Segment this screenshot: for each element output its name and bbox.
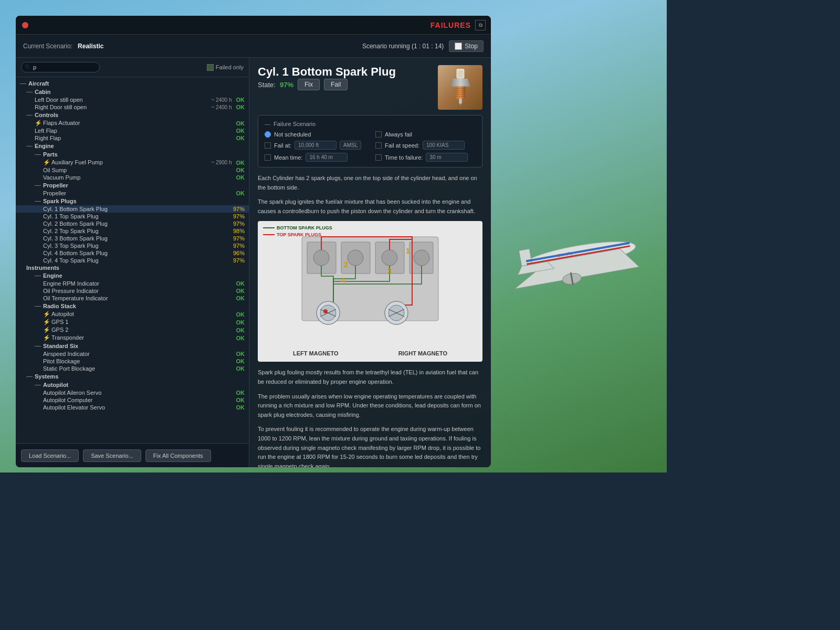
tree-item-right-flap[interactable]: Right Flap OK bbox=[16, 134, 249, 142]
lightning-gps1: ⚡ bbox=[43, 319, 50, 325]
stop-label: Stop bbox=[465, 43, 478, 50]
tree-item-airspeed[interactable]: Airspeed Indicator OK bbox=[16, 350, 249, 358]
tree-item-gps1[interactable]: ⚡GPS 1 OK bbox=[16, 318, 249, 326]
minus-icon-controls: — bbox=[26, 111, 33, 119]
mean-time-label: Mean time: bbox=[274, 154, 302, 161]
tree-item-left-door[interactable]: Left Door still open ~ 2400 h OK bbox=[16, 96, 249, 103]
fix-all-button[interactable]: Fix All Components bbox=[145, 449, 211, 462]
svg-rect-19 bbox=[460, 103, 461, 106]
tree-item-propeller-section[interactable]: — Propeller bbox=[16, 181, 249, 190]
tree-item-oil-sump[interactable]: Oil Sump OK bbox=[16, 166, 249, 174]
tree-item-radio-stack[interactable]: — Radio Stack bbox=[16, 302, 249, 310]
tree-item-vacuum-pump[interactable]: Vacuum Pump OK bbox=[16, 174, 249, 181]
fail-at-unit: AMSL bbox=[340, 141, 361, 150]
tree-item-cyl3-top[interactable]: Cyl. 3 Top Spark Plug 97% bbox=[16, 242, 249, 249]
tree-item-aircraft[interactable]: — Aircraft bbox=[16, 79, 249, 88]
svg-rect-10 bbox=[457, 70, 463, 78]
tree-item-pitot[interactable]: Pitot Blockage OK bbox=[16, 358, 249, 365]
failed-only-checkbox[interactable] bbox=[207, 64, 214, 71]
minus-icon-apsys: — bbox=[35, 381, 41, 388]
failure-scenario-dash: — bbox=[265, 121, 270, 127]
fs-mean-time-row: Mean time: bbox=[265, 153, 365, 162]
tree-item-parts[interactable]: — Parts bbox=[16, 150, 249, 159]
mean-time-checkbox[interactable] bbox=[265, 154, 271, 161]
tree-item-aileron-servo[interactable]: Autopilot Aileron Servo OK bbox=[16, 389, 249, 396]
window-duplicate-icon[interactable]: ⧉ bbox=[475, 20, 486, 30]
tree-item-elevator-servo[interactable]: Autopilot Elevator Servo OK bbox=[16, 404, 249, 411]
fs-always-fail-row: Always fail bbox=[375, 131, 476, 138]
fix-button[interactable]: Fix bbox=[298, 79, 320, 90]
lightning-icon: ⚡ bbox=[35, 120, 42, 126]
tree-item-oil-temp[interactable]: Oil Temperature Indicator OK bbox=[16, 295, 249, 302]
svg-point-35 bbox=[323, 309, 328, 313]
tree-item-right-door[interactable]: Right Door still open ~ 2400 h OK bbox=[16, 103, 249, 111]
time-failure-checkbox[interactable] bbox=[375, 154, 382, 161]
tree-item-standard-six[interactable]: — Standard Six bbox=[16, 342, 249, 350]
tree-item-cyl2-bottom[interactable]: Cyl. 2 Bottom Spark Plug 97% bbox=[16, 220, 249, 227]
main-window: FAILURES ⧉ Current Scenario: Realistic S… bbox=[16, 16, 491, 467]
bottom-bar: Load Scenario... Save Scenario... Fix Al… bbox=[16, 443, 249, 467]
minus-icon-parts: — bbox=[35, 151, 41, 158]
fail-button[interactable]: Fail bbox=[324, 79, 348, 90]
tree-item-instruments[interactable]: Instruments bbox=[16, 264, 249, 271]
minus-icon: — bbox=[20, 80, 26, 87]
tree-item-cyl3-bottom[interactable]: Cyl. 3 Bottom Spark Plug 97% bbox=[16, 235, 249, 242]
always-fail-checkbox[interactable] bbox=[375, 131, 382, 138]
tree-item-cyl4-top[interactable]: Cyl. 4 Top Spark Plug 97% bbox=[16, 257, 249, 264]
tree-item-autopilot-radio[interactable]: ⚡Autopilot OK bbox=[16, 310, 249, 318]
fs-fail-at-row: Fail at: AMSL bbox=[265, 141, 365, 150]
failure-scenario-header: — Failure Scenario bbox=[265, 121, 476, 127]
fail-at-checkbox[interactable] bbox=[265, 142, 271, 149]
component-header: Cyl. 1 Bottom Spark Plug State: 97% Fix … bbox=[258, 65, 482, 110]
tree-item-autopilot-sys[interactable]: — Autopilot bbox=[16, 381, 249, 389]
failed-only-filter: Failed only bbox=[207, 64, 244, 71]
fs-left-col: Not scheduled Fail at: AMSL Mean time: bbox=[265, 131, 365, 162]
load-scenario-button[interactable]: Load Scenario... bbox=[21, 449, 79, 462]
tree-item-cyl1-top[interactable]: Cyl. 1 Top Spark Plug 97% bbox=[16, 213, 249, 220]
minus-icon-ei: — bbox=[35, 272, 41, 279]
tree-item-transponder[interactable]: ⚡Transponder OK bbox=[16, 334, 249, 342]
tree-item-engine[interactable]: — Engine bbox=[16, 142, 249, 150]
state-value: 97% bbox=[280, 81, 293, 89]
tree-item-static-port[interactable]: Static Port Blockage OK bbox=[16, 365, 249, 372]
tree-item-rpm-indicator[interactable]: Engine RPM Indicator OK bbox=[16, 280, 249, 287]
description-3: Spark plug fouling mostly results from t… bbox=[258, 368, 482, 386]
failure-scenario-panel: — Failure Scenario Not scheduled Fail at… bbox=[258, 115, 482, 167]
tree-item-spark-plugs-section[interactable]: — Spark Plugs bbox=[16, 197, 249, 205]
time-failure-input[interactable] bbox=[426, 153, 468, 162]
spark-plug-diagram: BOTTOM SPARK PLUGS TOP SPARK PLUGS bbox=[258, 221, 482, 362]
fail-at-label: Fail at: bbox=[274, 142, 291, 149]
search-input[interactable] bbox=[21, 62, 100, 72]
svg-text:2: 2 bbox=[344, 260, 348, 269]
tree-item-systems[interactable]: — Systems bbox=[16, 372, 249, 381]
lightning-gps2: ⚡ bbox=[43, 327, 50, 333]
fail-at-input[interactable] bbox=[295, 141, 337, 150]
svg-point-28 bbox=[414, 250, 429, 266]
svg-point-26 bbox=[348, 250, 363, 266]
fail-speed-input[interactable] bbox=[423, 141, 465, 150]
tree-item-controls[interactable]: — Controls bbox=[16, 111, 249, 119]
fail-speed-checkbox[interactable] bbox=[375, 142, 382, 149]
tree-item-cyl1-bottom[interactable]: Cyl. 1 Bottom Spark Plug 97% bbox=[16, 205, 249, 213]
tree-item-cyl2-top[interactable]: Cyl. 2 Top Spark Plug 98% bbox=[16, 227, 249, 235]
traffic-light-close[interactable] bbox=[22, 22, 28, 28]
mean-time-input[interactable] bbox=[306, 153, 348, 162]
tree-item-flaps-actuator[interactable]: ⚡Flaps Actuator OK bbox=[16, 119, 249, 127]
tree-item-engine-instruments[interactable]: — Engine bbox=[16, 271, 249, 280]
tree-item-propeller[interactable]: Propeller OK bbox=[16, 190, 249, 197]
lightning-ap: ⚡ bbox=[43, 311, 50, 317]
tree-item-oil-pressure[interactable]: Oil Pressure Indicator OK bbox=[16, 287, 249, 295]
tree-item-aux-fuel-pump[interactable]: ⚡Auxiliary Fuel Pump ~ 2900 h OK bbox=[16, 159, 249, 166]
tree-item-cabin[interactable]: — Cabin bbox=[16, 88, 249, 96]
save-scenario-button[interactable]: Save Scenario... bbox=[83, 449, 141, 462]
component-title-area: Cyl. 1 Bottom Spark Plug State: 97% Fix … bbox=[258, 65, 396, 96]
not-scheduled-label: Not scheduled bbox=[274, 131, 311, 138]
not-scheduled-radio[interactable] bbox=[265, 131, 271, 138]
search-bar: 🔍 Failed only bbox=[16, 58, 249, 77]
component-thumbnail bbox=[438, 65, 482, 110]
stop-button[interactable]: Stop bbox=[449, 40, 484, 52]
tree-item-autopilot-computer[interactable]: Autopilot Computer OK bbox=[16, 396, 249, 404]
tree-item-gps2[interactable]: ⚡GPS 2 OK bbox=[16, 326, 249, 334]
tree-item-left-flap[interactable]: Left Flap OK bbox=[16, 127, 249, 134]
tree-item-cyl4-bottom[interactable]: Cyl. 4 Bottom Spark Plug 96% bbox=[16, 249, 249, 257]
